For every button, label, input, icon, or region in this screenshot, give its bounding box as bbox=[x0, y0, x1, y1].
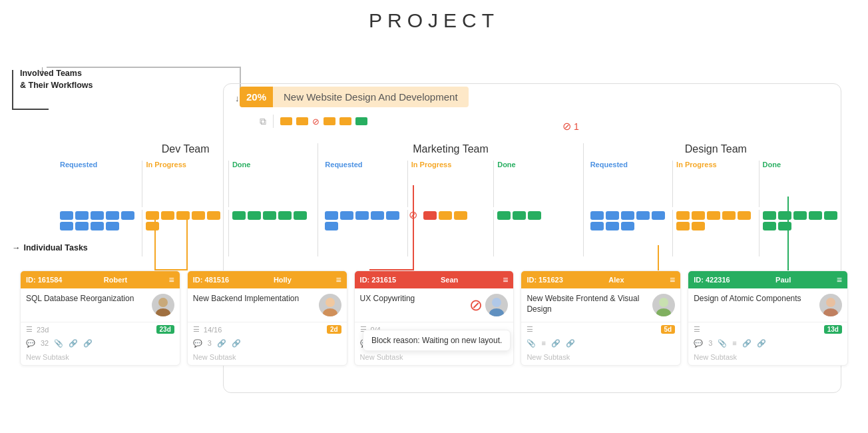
mkt-done-blocks bbox=[496, 210, 577, 221]
dev-team-title: Dev Team bbox=[59, 143, 312, 155]
card2-new-subtask[interactable]: New Subtask bbox=[188, 350, 347, 365]
mb bbox=[590, 222, 604, 230]
card3-avatar bbox=[485, 294, 508, 316]
mb bbox=[371, 211, 384, 220]
hline-top bbox=[47, 67, 241, 68]
card2-subtasks: 💬 3 🔗 🔗 bbox=[188, 338, 347, 350]
svg-point-8 bbox=[826, 298, 835, 307]
link-icon: 🔗 bbox=[69, 339, 78, 348]
mb bbox=[793, 211, 807, 220]
svg-point-1 bbox=[156, 308, 170, 316]
mb bbox=[91, 211, 104, 220]
card2-body: New Backend Implementation bbox=[188, 288, 347, 322]
card5-task: Design of Atomic Components bbox=[694, 294, 815, 304]
mb bbox=[676, 211, 690, 220]
card5-assignee: Paul bbox=[775, 276, 791, 284]
card2-id: ID: 481516 bbox=[193, 276, 229, 284]
mb bbox=[60, 211, 73, 220]
mb bbox=[528, 211, 541, 220]
card1-body: SQL Database Reorganization bbox=[21, 288, 180, 322]
bracket-arrow: ↓ bbox=[40, 64, 45, 74]
mb bbox=[325, 211, 338, 220]
design-team-title: Design Team bbox=[589, 143, 843, 155]
design-requested-blocks bbox=[589, 210, 670, 232]
card2-menu-icon[interactable]: ≡ bbox=[335, 274, 341, 285]
card4-new-subtask[interactable]: New Subtask bbox=[521, 350, 680, 365]
card5-id: ID: 422316 bbox=[694, 276, 730, 284]
card2-task: New Backend Implementation bbox=[193, 294, 315, 304]
mb bbox=[606, 211, 619, 220]
mb bbox=[232, 211, 246, 220]
mkt-sep2 bbox=[493, 161, 494, 207]
link2-icon: 🔗 bbox=[83, 339, 93, 348]
card3-assignee: Sean bbox=[441, 276, 458, 284]
design-done-blocks bbox=[761, 210, 843, 232]
card3-id: ID: 231615 bbox=[360, 276, 396, 284]
mb bbox=[652, 211, 665, 220]
mb bbox=[106, 222, 119, 230]
card3-menu-icon[interactable]: ≡ bbox=[503, 274, 508, 285]
mkt-requested-label: Requested bbox=[324, 161, 405, 169]
card1-duration: 23d bbox=[37, 326, 49, 334]
card5-subtasks: 💬 3 📎 ≡ 🔗 🔗 bbox=[688, 338, 847, 350]
card5-new-subtask[interactable]: New Subtask bbox=[688, 350, 847, 365]
card4-body: New Website Frontend & Visual Design bbox=[521, 288, 680, 322]
checklist-icon2: ☰ bbox=[193, 325, 200, 334]
mkt-sep3 bbox=[407, 210, 408, 256]
mb bbox=[513, 211, 526, 220]
task-card-2[interactable]: ID: 481516 Holly ≡ New Backend Implement… bbox=[187, 270, 347, 366]
card5-menu-icon[interactable]: ≡ bbox=[837, 274, 842, 285]
orange-vline-design bbox=[658, 245, 659, 270]
mb bbox=[75, 211, 89, 220]
orange-vline-r bbox=[186, 220, 188, 270]
mb bbox=[121, 211, 134, 220]
card1-menu-icon[interactable]: ≡ bbox=[169, 274, 174, 285]
design-inprogress-blocks bbox=[675, 210, 756, 232]
mb bbox=[423, 211, 437, 220]
green-vline-design bbox=[787, 197, 789, 270]
design-sep2 bbox=[759, 161, 760, 207]
design-sep3 bbox=[672, 210, 673, 256]
mb bbox=[722, 211, 736, 220]
link-icon2: 🔗 bbox=[217, 339, 226, 348]
task-card-3[interactable]: ID: 231615 Sean ≡ UX Copywriting ⊘ ☰ 0/4… bbox=[354, 270, 515, 366]
card4-menu-icon[interactable]: ≡ bbox=[670, 274, 675, 285]
card5-avatar bbox=[819, 294, 842, 316]
link6-icon: 🔗 bbox=[757, 339, 766, 348]
page-title: PROJECT bbox=[0, 9, 868, 32]
red-vline bbox=[413, 185, 414, 270]
teams-annotation: Involved Teams & Their Workflows bbox=[20, 68, 93, 91]
card3-task: UX Copywriting bbox=[360, 294, 466, 304]
mb bbox=[386, 211, 399, 220]
mb bbox=[340, 211, 353, 220]
dev-requested-label: Requested bbox=[59, 161, 140, 169]
card3-new-subtask[interactable]: New Subtask bbox=[355, 350, 514, 365]
mb bbox=[606, 222, 619, 230]
mb bbox=[590, 211, 604, 220]
card5-dur-badge: 13d bbox=[824, 325, 842, 334]
marketing-team-title: Marketing Team bbox=[324, 143, 577, 155]
dev-sep2 bbox=[228, 161, 229, 207]
mkt-sep1 bbox=[407, 161, 408, 207]
dev-inprogress-label: In Progress bbox=[144, 161, 226, 169]
link-icon5: 🔗 bbox=[742, 339, 752, 348]
attach-icon3: 📎 bbox=[718, 339, 727, 348]
card3-avatar-area: ⊘ bbox=[469, 294, 508, 316]
attach-icon2: 📎 bbox=[527, 339, 536, 348]
mb bbox=[692, 222, 705, 230]
task-card-1[interactable]: ID: 161584 Robert ≡ SQL Database Reorgan… bbox=[20, 270, 180, 366]
task-card-5[interactable]: ID: 422316 Paul ≡ Design of Atomic Compo… bbox=[688, 270, 848, 366]
card5-body: Design of Atomic Components bbox=[688, 288, 847, 322]
team-design: Design Team Requested In Progress Done bbox=[584, 143, 848, 256]
card1-new-subtask[interactable]: New Subtask bbox=[21, 350, 180, 365]
mb bbox=[763, 222, 776, 230]
card2-avatar bbox=[319, 294, 341, 316]
task-card-4[interactable]: ID: 151623 Alex ≡ New Website Frontend &… bbox=[521, 270, 681, 366]
card4-dur-area: 5d bbox=[661, 325, 676, 334]
svg-point-4 bbox=[492, 298, 501, 307]
card5-header: ID: 422316 Paul ≡ bbox=[688, 271, 847, 288]
mkt-inprogress-blocks: ⊘ bbox=[410, 210, 491, 221]
mb bbox=[146, 211, 159, 220]
dev-stat-headers: Requested In Progress Done bbox=[59, 161, 312, 207]
checklist-icon5: ☰ bbox=[694, 325, 700, 334]
